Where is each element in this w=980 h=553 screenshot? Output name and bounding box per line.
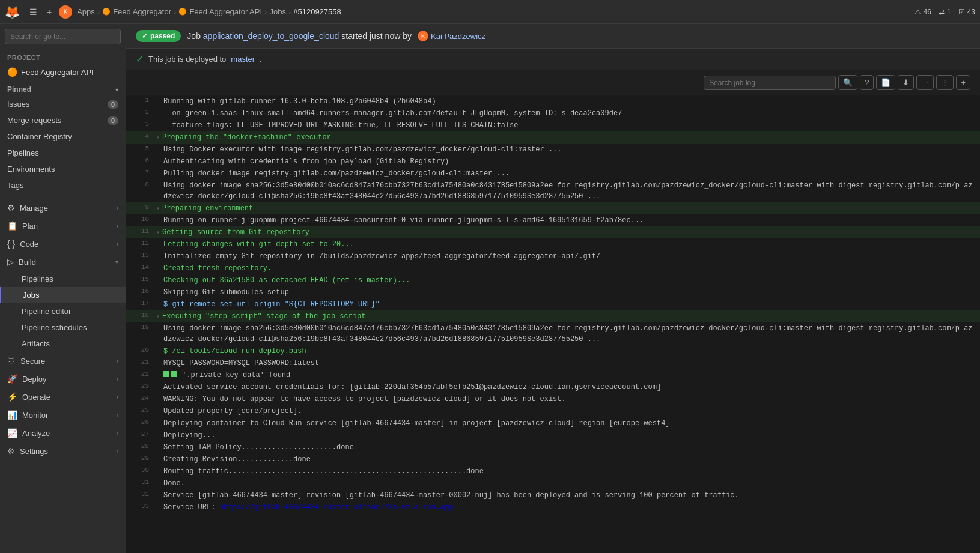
- search-job-log-input[interactable]: [704, 76, 836, 90]
- sidebar: Project 🟠 Feed Aggregator API Pinned ▾ I…: [0, 24, 126, 553]
- log-line: 10Running on runner-jlguopmm-project-466…: [126, 214, 980, 226]
- todos-stat[interactable]: ☑ 43: [958, 8, 975, 16]
- new-item-button[interactable]: +: [44, 5, 54, 19]
- settings-icon: ⚙: [7, 446, 15, 456]
- project-section-label: Project: [0, 49, 126, 64]
- manage-chevron-icon: ›: [117, 205, 118, 211]
- breadcrumb-apps[interactable]: Apps: [77, 7, 95, 16]
- log-line: 17$ git remote set-url origin "${CI_REPO…: [126, 298, 980, 310]
- log-line: 8Using docker image sha256:3d5e80d00b010…: [126, 180, 980, 202]
- sidebar-item-issues[interactable]: Issues 0: [0, 96, 126, 112]
- deploy-link[interactable]: master: [231, 55, 255, 64]
- log-line: 31Done.: [126, 477, 980, 489]
- issues-stat[interactable]: ⚠ 46: [915, 8, 931, 16]
- raw-log-button[interactable]: 📄: [876, 75, 895, 90]
- expand-button[interactable]: +: [956, 75, 970, 90]
- log-line: 24WARNING: You do not appear to have acc…: [126, 393, 980, 405]
- monitor-chevron-icon: ›: [117, 412, 118, 419]
- collapse-arrow-icon[interactable]: ▾: [156, 203, 160, 212]
- scroll-right-button[interactable]: →: [916, 75, 934, 90]
- log-line: 15Checking out 36a21580 as detached HEAD…: [126, 274, 980, 286]
- user-avatar-top[interactable]: K: [59, 5, 72, 19]
- log-line: 22 '.private_key_data' found: [126, 369, 980, 381]
- collapse-arrow-icon[interactable]: ▾: [156, 227, 160, 236]
- log-line: 18▾Executing "step_script" stage of the …: [126, 310, 980, 322]
- operate-chevron-icon: ›: [117, 394, 118, 400]
- more-options-button[interactable]: ⋮: [936, 75, 954, 90]
- sidebar-sub-pipeline-editor[interactable]: Pipeline editor: [0, 303, 126, 319]
- passed-badge: ✓ passed: [136, 30, 181, 42]
- sidebar-nav-analyze[interactable]: 📈 Analyze ›: [0, 424, 126, 442]
- sidebar-nav-monitor[interactable]: 📊 Monitor ›: [0, 406, 126, 424]
- sidebar-nav-build[interactable]: ▷ Build ▾: [0, 253, 126, 271]
- search-submit-button[interactable]: 🔍: [838, 75, 857, 90]
- sidebar-nav-operate[interactable]: ⚡ Operate ›: [0, 388, 126, 406]
- plan-icon: 📋: [7, 221, 17, 231]
- log-line: 3 feature flags: FF_USE_IMPROVED_URL_MAS…: [126, 119, 980, 131]
- sidebar-item-environments[interactable]: Environments: [0, 161, 126, 177]
- sidebar-item-container-registry[interactable]: Container Registry: [0, 128, 126, 145]
- sidebar-divider-1: [0, 196, 126, 196]
- log-line: 29Creating Revision.............done: [126, 453, 980, 465]
- build-icon: ▷: [7, 257, 14, 267]
- log-line: 26Deploying container to Cloud Run servi…: [126, 417, 980, 429]
- secure-icon: 🛡: [7, 356, 16, 366]
- collapse-arrow-icon[interactable]: ▾: [156, 311, 160, 320]
- service-url-link[interactable]: https://gitlab-46674434-master-x3rsoel72…: [220, 503, 454, 512]
- sidebar-nav-deploy[interactable]: 🚀 Deploy ›: [0, 370, 126, 388]
- secure-chevron-icon: ›: [117, 358, 118, 364]
- code-chevron-icon: ›: [117, 241, 118, 247]
- pinned-chevron-icon: ▾: [115, 86, 118, 93]
- topbar-stats: ⚠ 46 ⇄ 1 ☑ 43: [915, 8, 975, 16]
- log-line: 1Running with gitlab-runner 16.3.0-beta.…: [126, 95, 980, 107]
- sidebar-item-tags[interactable]: Tags: [0, 177, 126, 193]
- help-button[interactable]: ?: [860, 75, 874, 90]
- job-title: Job application_deploy_to_google_cloud s…: [187, 31, 412, 41]
- sidebar-nav-manage[interactable]: ⚙ Manage ›: [0, 199, 126, 217]
- monitor-icon: 📊: [7, 410, 17, 420]
- breadcrumb-project[interactable]: Feed Aggregator: [113, 7, 171, 16]
- log-line: 33Service URL: https://gitlab-46674434-m…: [126, 501, 980, 513]
- deploy-notice: ✓ This job is deployed to master .: [126, 49, 980, 70]
- merge-requests-stat[interactable]: ⇄ 1: [939, 8, 951, 16]
- download-log-button[interactable]: ⬇: [898, 75, 914, 90]
- sidebar-item-pipelines[interactable]: Pipelines: [0, 145, 126, 161]
- log-line: 25Updated property [core/project].: [126, 405, 980, 417]
- log-line: 14Created fresh repository.: [126, 262, 980, 274]
- breadcrumb-api[interactable]: Feed Aggregator API: [189, 7, 262, 16]
- breadcrumb-current: #5120927558: [293, 7, 341, 16]
- log-line: 23Activated service account credentials …: [126, 381, 980, 393]
- sidebar-sub-pipelines[interactable]: Pipelines: [0, 271, 126, 287]
- analyze-icon: 📈: [7, 428, 17, 438]
- log-line: 32Service [gitlab-46674434-master] revis…: [126, 489, 980, 501]
- green-square-icon: [171, 371, 177, 377]
- sidebar-nav-code[interactable]: { } Code ›: [0, 235, 126, 253]
- sidebar-toggle[interactable]: ☰: [27, 5, 40, 19]
- sidebar-sub-artifacts[interactable]: Artifacts: [0, 336, 126, 352]
- pinned-header: Pinned ▾: [0, 80, 126, 96]
- settings-chevron-icon: ›: [117, 448, 118, 455]
- collapse-arrow-icon[interactable]: ▾: [156, 132, 160, 141]
- job-log-toolbar: 🔍 ? 📄 ⬇ → ⋮ +: [126, 70, 980, 95]
- check-icon: ✓: [142, 32, 148, 40]
- sidebar-search-container: [0, 24, 126, 49]
- log-line: 7Pulling docker image registry.gitlab.co…: [126, 168, 980, 180]
- log-line: 20$ /ci_tools/cloud_run_deploy.bash: [126, 345, 980, 357]
- code-icon: { }: [7, 239, 15, 249]
- deploy-check-icon: ✓: [136, 53, 144, 65]
- breadcrumb-jobs[interactable]: Jobs: [269, 7, 285, 16]
- job-header: ✓ passed Job application_deploy_to_googl…: [126, 24, 980, 49]
- log-line: 4▾Preparing the "docker+machine" executo…: [126, 131, 980, 144]
- sidebar-sub-pipeline-schedules[interactable]: Pipeline schedules: [0, 319, 126, 336]
- sidebar-nav-secure[interactable]: 🛡 Secure ›: [0, 352, 126, 370]
- sidebar-nav-settings[interactable]: ⚙ Settings ›: [0, 442, 126, 460]
- sidebar-item-merge-requests[interactable]: Merge requests 0: [0, 112, 126, 128]
- deploy-icon: 🚀: [7, 374, 17, 384]
- sidebar-nav-plan[interactable]: 📋 Plan ›: [0, 217, 126, 235]
- operate-icon: ⚡: [7, 392, 17, 402]
- sidebar-sub-jobs[interactable]: Jobs: [0, 287, 126, 303]
- search-input[interactable]: [5, 29, 121, 44]
- job-user: K Kai Pazdzewicz: [418, 31, 485, 41]
- layout: Project 🟠 Feed Aggregator API Pinned ▾ I…: [0, 0, 980, 553]
- main-content: ✓ passed Job application_deploy_to_googl…: [126, 24, 980, 553]
